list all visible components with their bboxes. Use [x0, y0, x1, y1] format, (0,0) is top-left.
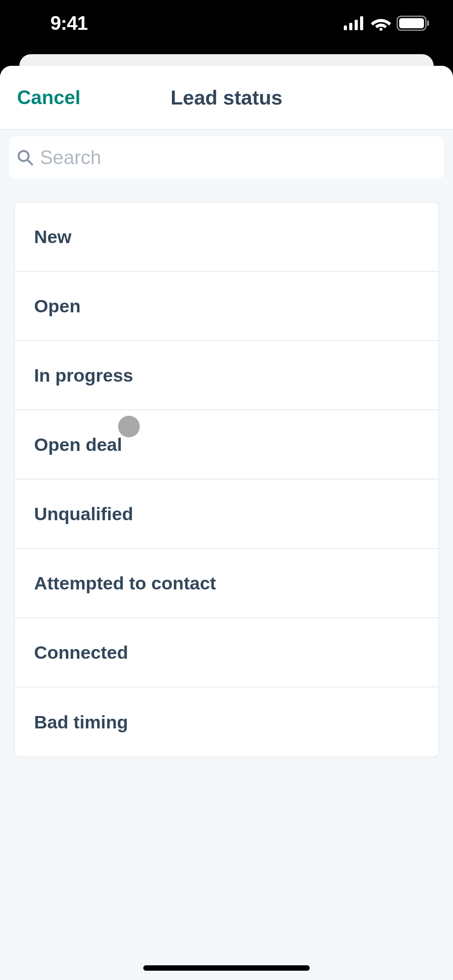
svg-line-9 [27, 160, 32, 164]
option-new[interactable]: New [15, 202, 438, 272]
page-title: Lead status [171, 86, 283, 109]
cancel-button[interactable]: Cancel [17, 86, 81, 109]
svg-point-4 [379, 28, 383, 31]
sheet-header: Cancel Lead status [0, 66, 453, 130]
svg-rect-3 [360, 16, 363, 30]
option-in-progress[interactable]: In progress [15, 341, 438, 410]
modal-sheet: Cancel Lead status New Open In progress … [0, 66, 453, 980]
option-label: Connected [34, 642, 128, 663]
option-unqualified[interactable]: Unqualified [15, 480, 438, 549]
search-input[interactable] [40, 146, 436, 169]
battery-icon [396, 15, 430, 31]
svg-rect-1 [349, 23, 352, 30]
svg-rect-2 [355, 20, 358, 30]
svg-rect-6 [399, 18, 424, 28]
status-bar: 9:41 [0, 0, 453, 54]
home-indicator[interactable] [143, 965, 310, 971]
cellular-icon [344, 16, 365, 30]
wifi-icon [371, 16, 391, 31]
option-attempted-to-contact[interactable]: Attempted to contact [15, 549, 438, 618]
option-label: Attempted to contact [34, 572, 216, 594]
content-area: New Open In progress Open deal Unqualifi… [0, 188, 453, 980]
search-box[interactable] [9, 136, 444, 179]
search-container [0, 130, 453, 188]
option-label: Unqualified [34, 503, 133, 524]
option-bad-timing[interactable]: Bad timing [15, 687, 438, 757]
option-label: Bad timing [34, 711, 128, 733]
touch-indicator-icon [118, 416, 140, 437]
option-connected[interactable]: Connected [15, 618, 438, 687]
status-icons [344, 15, 430, 31]
svg-rect-0 [344, 26, 347, 30]
svg-rect-7 [427, 21, 429, 26]
option-open-deal[interactable]: Open deal [15, 410, 438, 480]
option-label: Open deal [34, 434, 122, 455]
option-open[interactable]: Open [15, 272, 438, 341]
option-label: Open [34, 295, 81, 317]
status-time: 9:41 [23, 12, 88, 34]
option-label: In progress [34, 365, 133, 386]
option-label: New [34, 226, 72, 247]
search-icon [17, 149, 34, 166]
options-list: New Open In progress Open deal Unqualifi… [14, 202, 439, 757]
